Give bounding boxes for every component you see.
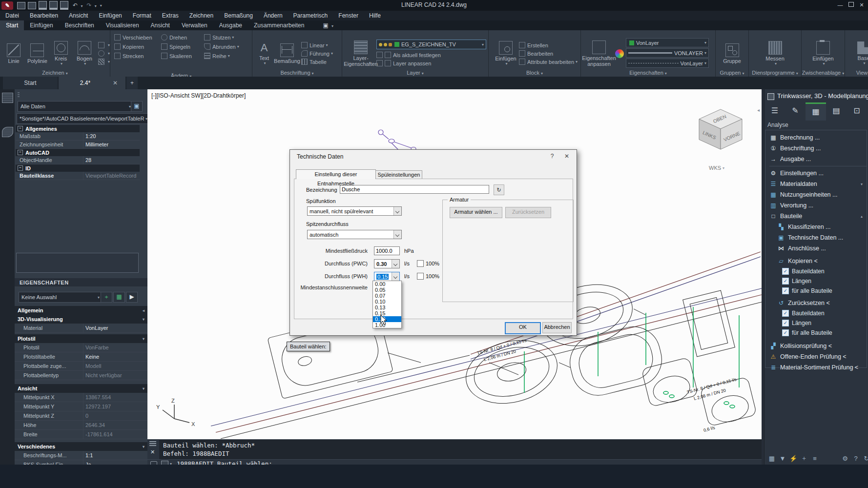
ellipse-tool-button[interactable] (98, 49, 110, 58)
dienstprogramme-group-label[interactable]: Dienstprogramme (749, 70, 801, 76)
layer-combo[interactable]: EG_S_ZEICHNEN_TV (376, 40, 486, 49)
eigenschaften-panel-title[interactable]: EIGENSCHAFTEN (15, 278, 147, 286)
table-view-icon[interactable]: ▦ (766, 455, 777, 462)
abrunden-button[interactable]: Abrunden (204, 42, 248, 51)
mindestfliessdruck-input[interactable] (374, 246, 400, 255)
rectangle-tool-button[interactable] (98, 41, 110, 49)
check-fuer-alle-bauteile[interactable]: für alle Bauteile (782, 286, 867, 296)
color-wheel-icon[interactable] (615, 49, 624, 58)
filter-icon[interactable]: ▼ (777, 455, 788, 462)
palette-grip-icon[interactable] (18, 92, 20, 97)
bogen-button[interactable]: Bogen (73, 41, 96, 66)
close-command-icon[interactable]: ✕ (150, 449, 159, 455)
menu-item-offene-enden[interactable]: ⚠Offene-Enden Prüfung < (769, 351, 867, 362)
durchfluss-pwc-select[interactable]: 0.30 (374, 259, 400, 268)
menu-zeichnen[interactable]: Zeichnen (184, 12, 219, 19)
ribbon-tab-ausgabe[interactable]: Ausgabe (213, 20, 248, 30)
gruppe-button[interactable]: Gruppe (720, 43, 745, 64)
block-einfuegen-button[interactable]: Einfügen (493, 41, 519, 66)
ok-button[interactable]: OK (505, 322, 541, 334)
section-verschiedenes[interactable]: Verschiedenes (15, 442, 147, 451)
menu-item-zuruecksetzen[interactable]: ↺Zurücksetzen < (777, 298, 867, 308)
spitzendurchfluss-select[interactable]: automatisch (307, 230, 402, 239)
palette-display-icon[interactable]: ▣ (131, 101, 143, 112)
section-3d-visualisierung[interactable]: 3D-Visualisierung (15, 315, 147, 324)
skalieren-button[interactable]: Skalieren (161, 52, 204, 60)
selection-select[interactable]: Keine Auswahl (19, 292, 103, 303)
armatur-waehlen-button[interactable]: Armatur wählen ... (450, 207, 502, 218)
ribbon-tab-ansicht[interactable]: Ansicht (145, 20, 176, 30)
doc-tab-24[interactable]: 2.4*✕ (59, 77, 125, 89)
menu-hilfe[interactable]: Hilfe (364, 12, 386, 19)
check-bauteildaten-2[interactable]: Bauteildaten (782, 308, 867, 318)
add-icon[interactable]: ＋ (799, 454, 809, 463)
panel-tab-edit-icon[interactable]: ✎ (785, 102, 806, 119)
menu-fenster[interactable]: Fenster (333, 12, 364, 19)
dropdown-option[interactable]: 0.05 (373, 287, 401, 293)
layer-anpassen-button[interactable]: Layer anpassen (376, 59, 486, 67)
tab-spueleinstellungen[interactable]: Spüleinstellungen (375, 170, 422, 179)
linear-button[interactable]: Linear (301, 41, 333, 49)
workspace-dropdown-icon[interactable]: ▣ (317, 20, 339, 30)
hatch-tool-button[interactable] (98, 58, 110, 66)
menu-item-klassifizieren[interactable]: ▚Klassifizieren ... (777, 222, 867, 232)
eigenschaften-anpassen-button[interactable]: Eigenschaften anpassen (583, 41, 615, 67)
grid-section-allgemeines[interactable]: Allgemeines (16, 125, 140, 132)
ribbon-tab-einfuegen[interactable]: Einfügen (24, 20, 59, 30)
verschieben-button[interactable]: Verschieben (114, 33, 161, 41)
ribbon-tab-zusammenarbeiten[interactable]: Zusammenarbeiten (248, 20, 310, 30)
command-history-icon[interactable] (149, 441, 156, 446)
block-erstellen-button[interactable]: Erstellen (519, 41, 578, 49)
pwh-100-checkbox[interactable] (417, 273, 424, 280)
layer-eigenschaften-button[interactable]: Layer-Eigenschaften (345, 41, 376, 67)
grid-section-autocad[interactable]: AutoCAD (16, 149, 140, 156)
quick-select-icon[interactable]: ＋ (101, 292, 112, 303)
data-filter-select[interactable]: Alle Daten (18, 101, 134, 112)
menu-einfuegen[interactable]: Einfügen (93, 12, 127, 19)
element-path-select[interactable]: *Sonstige*/AutoCAD Basiselemente/Viewpor… (17, 113, 150, 124)
menu-bearbeiten[interactable]: Bearbeiten (24, 12, 63, 19)
zeichnen-group-label[interactable]: Zeichnen (0, 70, 110, 76)
bezeichnung-input[interactable] (340, 185, 489, 194)
wks-dropdown[interactable]: WKS (709, 165, 724, 171)
help-icon[interactable]: ? (850, 455, 861, 462)
panel-tab-document-icon[interactable]: ▤ (826, 102, 847, 119)
viewport-controls-label[interactable]: [-][ISO-Ansicht SW][2D-Drahtkörper] (151, 92, 246, 99)
flash-icon[interactable]: ⚡ (788, 455, 799, 462)
strecken-button[interactable]: Strecken (114, 52, 161, 60)
view-group-label[interactable]: View (845, 70, 868, 76)
block-group-label[interactable]: Block (489, 70, 580, 76)
polylinie-button[interactable]: Polylinie (25, 43, 49, 64)
layer-freeze-icon[interactable] (384, 43, 387, 46)
als-aktuell-festlegen-button[interactable]: Als aktuell festlegen (376, 51, 486, 59)
menu-item-nutzungseinheiten[interactable]: ▦Nutzungseinheiten ... (769, 189, 867, 200)
doc-tab-start[interactable]: Start (3, 77, 58, 89)
messen-button[interactable]: Messen (763, 41, 788, 66)
block-bearbeiten-button[interactable]: Bearbeiten (519, 49, 578, 58)
menu-item-technische-daten[interactable]: ▣Technische Daten ... (777, 232, 867, 243)
stutzen-button[interactable]: Stutzen (204, 33, 248, 41)
grid-value[interactable]: 28 (83, 156, 140, 164)
bemassung-button[interactable]: Bemaßung (273, 43, 301, 64)
gruppen-group-label[interactable]: Gruppen (716, 70, 748, 76)
panel-tab-select-icon[interactable]: ⊡ (847, 102, 867, 119)
pwc-100-checkbox[interactable] (417, 260, 424, 267)
grid-value[interactable]: Millimeter (83, 141, 140, 148)
settings-gear-icon[interactable]: ⚙ (840, 455, 850, 462)
menu-item-einstellungen[interactable]: ⚙Einstellungen ... (769, 168, 867, 179)
layer-group-label[interactable]: Layer (342, 70, 488, 76)
menu-item-bauteile[interactable]: □Bauteile (769, 211, 867, 222)
layers-icon[interactable]: ≡ (809, 455, 820, 462)
prop-value[interactable]: Keine (83, 352, 147, 361)
menu-format[interactable]: Format (127, 12, 157, 19)
section-ansicht[interactable]: Ansicht (15, 384, 147, 393)
dropdown-option[interactable]: 0.00 (373, 281, 401, 287)
linetype-combo[interactable]: VonLayer (626, 59, 709, 68)
section-plotstil[interactable]: Plotstil (15, 334, 147, 343)
dialog-close-button[interactable]: ✕ (562, 152, 572, 161)
menu-bemassung[interactable]: Bemaßung (219, 12, 258, 19)
menu-extras[interactable]: Extras (157, 12, 184, 19)
menu-datei[interactable]: Datei (0, 12, 24, 19)
paste-button[interactable]: Einfügen (810, 41, 836, 66)
menu-item-material-sortiment[interactable]: ≣Material-Sortiment Prüfung < (769, 362, 867, 373)
